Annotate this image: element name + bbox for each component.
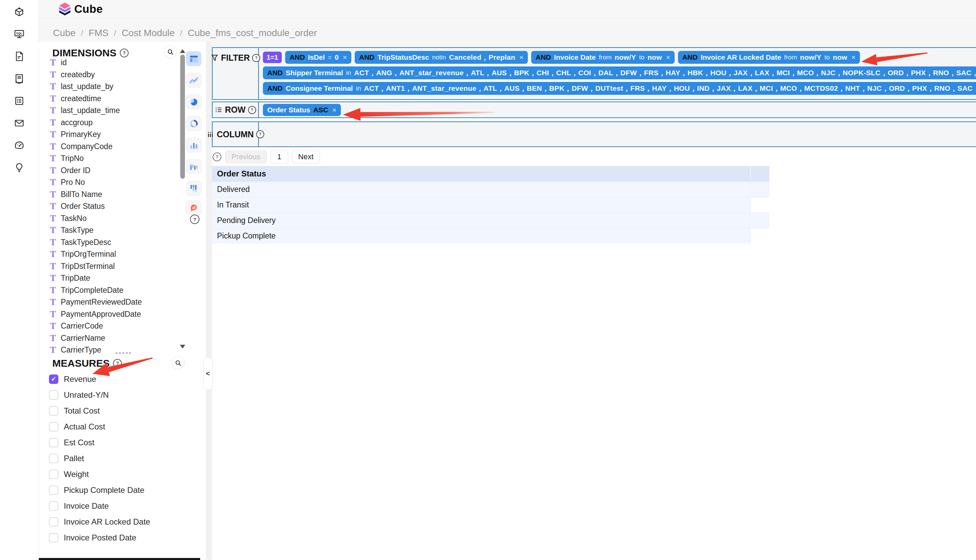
filter-label-cell: FILTER ? (213, 48, 259, 99)
scrollbar-down-arrow[interactable] (180, 345, 185, 348)
dimension-item[interactable]: TCarrierType (49, 344, 142, 356)
line-chart-button[interactable] (186, 73, 202, 88)
dimensions-scrollbar-thumb[interactable] (180, 55, 185, 179)
dimension-item[interactable]: Tlast_update_by (49, 81, 142, 93)
scrollbar-up-arrow[interactable] (180, 49, 185, 53)
dimension-item[interactable]: TTripDstTerminal (49, 260, 142, 273)
dimension-label: PrimaryKey (61, 130, 101, 139)
string-type-icon: T (49, 310, 57, 319)
gauge-icon[interactable] (13, 139, 26, 152)
order-status-cell: Delivered (212, 182, 750, 197)
dimension-item[interactable]: TBillTo Name (49, 188, 142, 201)
cube-3d-icon[interactable] (13, 5, 26, 18)
filter-chip[interactable]: ANDInvoice Datefromnow/Ytonow× (531, 51, 675, 64)
page-number-input[interactable] (271, 150, 288, 163)
row-chip-order-status[interactable]: Order Status ASC × (263, 104, 341, 116)
measure-checkbox[interactable] (49, 390, 58, 400)
column-header-order-status[interactable]: Order Status (212, 166, 750, 182)
remove-filter-icon[interactable]: × (851, 53, 856, 62)
dimension-item[interactable]: Tid (49, 57, 142, 69)
measures-search-button[interactable] (172, 356, 185, 369)
dimension-label: Pro No (61, 178, 85, 187)
collapse-panel-button[interactable]: < (203, 357, 213, 390)
measure-checkbox[interactable] (49, 406, 58, 416)
dimension-item[interactable]: TTaskType (49, 224, 142, 237)
chip-and: AND (290, 53, 305, 62)
measure-checkbox[interactable] (49, 501, 58, 511)
document-icon[interactable] (13, 50, 26, 63)
measure-checkbox[interactable] (49, 485, 58, 495)
measure-label: Weight (64, 470, 89, 479)
dimension-item[interactable]: TPaymentApprovedDate (49, 308, 142, 320)
sort-order-badge[interactable]: ASC (313, 106, 328, 114)
dimension-item[interactable]: Taccgroup (49, 117, 142, 129)
dimension-item[interactable]: TOrder Status (49, 200, 142, 213)
remove-row-icon[interactable]: × (332, 106, 337, 114)
measure-checkbox[interactable] (49, 454, 58, 463)
remove-filter-icon[interactable]: × (343, 53, 347, 62)
dimension-item[interactable]: TCarrierName (49, 332, 142, 345)
dimension-item[interactable]: TPrimaryKey (49, 128, 142, 141)
grouped-bar-chart-button[interactable] (186, 159, 202, 174)
filter-chip[interactable]: ANDIsDel=0× (285, 51, 351, 64)
filter-chip[interactable]: ANDShipper TerminalinACT，ANG，ANT_star_re… (263, 67, 976, 79)
dimension-item[interactable]: TTripDate (49, 272, 142, 284)
chart-help-icon[interactable]: ? (190, 215, 199, 224)
chip-op: in (356, 85, 361, 92)
dimension-label: CompanyCode (61, 142, 112, 151)
pie-chart-button[interactable] (186, 95, 202, 109)
filter-chip[interactable]: ANDInvoice AR Locked Datefromnow/Ytonow× (678, 51, 860, 64)
measure-checkbox[interactable] (49, 533, 58, 542)
remove-filter-icon[interactable]: × (519, 53, 524, 62)
mail-icon[interactable] (13, 117, 26, 130)
breadcrumb-item-fms[interactable]: FMS (89, 28, 108, 38)
dimension-item[interactable]: TCarrierCode (49, 320, 142, 332)
dimension-item[interactable]: Tcreatedby (49, 69, 142, 81)
table-chart-button[interactable] (186, 51, 202, 66)
filter-chip-logic[interactable]: 1=1 (263, 52, 282, 63)
column-chart-button[interactable] (186, 181, 202, 196)
filter-chip[interactable]: ANDTripStatusDescnotinCanceled，Preplan× (355, 51, 528, 64)
donut-chart-button[interactable] (186, 116, 202, 131)
sql-console-icon[interactable]: SQL (13, 28, 26, 40)
breadcrumb-separator: / (81, 28, 83, 38)
measure-checkbox[interactable] (49, 470, 58, 479)
previous-page-button[interactable]: Previous (225, 150, 267, 163)
dimension-item[interactable]: TTripOrgTerminal (49, 248, 142, 260)
report-icon[interactable] (13, 72, 26, 85)
dimension-item[interactable]: TTripCompleteDate (49, 284, 142, 297)
list-icon[interactable] (13, 95, 26, 107)
breadcrumb-item-cube[interactable]: Cube (53, 28, 76, 38)
measure-checkbox[interactable] (49, 438, 58, 447)
dimension-item[interactable]: TCompanyCode (49, 141, 142, 153)
breadcrumb-item-model[interactable]: Cube_fms_cost_module_order (188, 28, 317, 38)
dimension-item[interactable]: TTripNo (49, 152, 142, 165)
pagination-help-icon[interactable]: ? (213, 152, 221, 161)
panel-resize-handle[interactable] (89, 352, 157, 354)
bar-chart-button[interactable] (186, 138, 202, 152)
filter-chip[interactable]: ANDConsignee TerminalinACT，ANT1，ANT_star… (263, 82, 976, 95)
row-help-icon[interactable]: ? (248, 106, 256, 114)
string-type-icon: T (49, 262, 57, 271)
dimension-item[interactable]: TOrder ID (49, 165, 142, 177)
remove-filter-icon[interactable]: × (666, 53, 670, 62)
dimension-item[interactable]: TTaskNo (49, 213, 142, 225)
dimension-item[interactable]: Tcreatedtime (49, 93, 142, 105)
dimension-item[interactable]: TTaskTypeDesc (49, 237, 142, 248)
breadcrumb-item-cost-module[interactable]: Cost Module (122, 28, 175, 38)
dimension-item[interactable]: Tlast_update_time (49, 105, 142, 117)
column-label-cell: COLUMN ? (213, 122, 259, 147)
measure-checkbox[interactable] (49, 517, 58, 527)
measure-checkbox[interactable] (49, 422, 58, 432)
dimension-item[interactable]: TPaymentReviewedDate (49, 296, 142, 308)
dimensions-help-icon[interactable]: ? (120, 48, 128, 57)
measure-checkbox[interactable]: ✓ (49, 375, 58, 384)
measures-help-icon[interactable]: ? (113, 359, 122, 368)
filter-help-icon[interactable]: ? (252, 54, 260, 62)
chat-insight-button[interactable] (186, 200, 202, 215)
dimensions-search-button[interactable] (164, 45, 177, 58)
lightbulb-icon[interactable] (13, 161, 26, 174)
next-page-button[interactable]: Next (292, 150, 320, 163)
dimension-item[interactable]: TPro No (49, 177, 142, 188)
row-chip-field: Order Status (267, 106, 310, 114)
